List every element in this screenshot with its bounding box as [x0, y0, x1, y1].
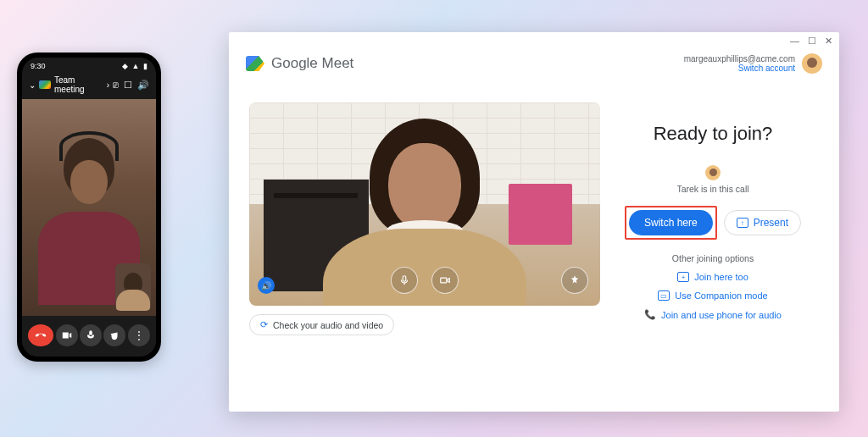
more-options-button[interactable]: ⋮ [128, 324, 150, 346]
present-button[interactable]: ↑ Present [724, 210, 801, 235]
primary-actions: Switch here ↑ Present [625, 206, 801, 240]
companion-label: Use Companion mode [675, 290, 767, 301]
ready-heading: Ready to join? [654, 123, 773, 145]
toggle-camera-button[interactable] [431, 267, 459, 294]
phone-call-header: ⌄ Team meeting › ⎚ ☐ 🔊 [22, 72, 156, 99]
phone-status-icons: ◆ ▲ ▮ [120, 62, 147, 70]
switch-camera-icon[interactable]: › [107, 80, 109, 90]
phone-time: 9:30 [31, 62, 46, 70]
phone-status-bar: 9:30 ◆ ▲ ▮ [22, 58, 156, 72]
phone-main-video [22, 99, 156, 316]
companion-mode-link[interactable]: ▭ Use Companion mode [658, 290, 767, 301]
phone-screen: 9:30 ◆ ▲ ▮ ⌄ Team meeting › ⎚ ☐ 🔊 [22, 58, 156, 357]
close-icon[interactable]: ✕ [825, 36, 832, 47]
window-header: Google Meet margeauxphillips@acme.com Sw… [229, 47, 839, 79]
tutorial-highlight: Switch here [625, 206, 717, 240]
join-column: Ready to join? Tarek is in this call Swi… [607, 102, 819, 398]
participants-row [705, 165, 721, 180]
present-icon: ↑ [737, 218, 748, 228]
present-label: Present [754, 217, 788, 229]
cast-icon[interactable]: ⎚ [113, 80, 119, 91]
meeting-title: Team meeting [54, 75, 103, 94]
chevron-down-icon[interactable]: ⌄ [29, 80, 36, 90]
wifi-icon: ◆ [122, 62, 128, 70]
phone-audio-label: Join and use phone for audio [661, 310, 782, 320]
mic-button[interactable] [80, 324, 102, 346]
speaker-icon[interactable]: 🔊 [137, 80, 149, 91]
toggle-mic-button[interactable] [391, 267, 418, 294]
in-call-text: Tarek is in this call [676, 184, 748, 194]
phone-audio-icon: 📞 [644, 309, 656, 320]
brand: Google Meet [246, 55, 353, 72]
camera-button[interactable] [56, 324, 78, 346]
check-av-label: Check your audio and video [273, 320, 383, 330]
meet-window: — ☐ ✕ Google Meet margeauxphillips@acme.… [229, 32, 839, 412]
check-audio-video-button[interactable]: Check your audio and video [249, 314, 394, 335]
account-info: margeauxphillips@acme.com Switch account [684, 53, 822, 74]
svg-rect-0 [441, 278, 447, 283]
account-email: margeauxphillips@acme.com [684, 54, 795, 64]
camera-preview: ⋮ 🔊 [249, 102, 600, 306]
phone-mockup: 9:30 ◆ ▲ ▮ ⌄ Team meeting › ⎚ ☐ 🔊 [17, 53, 161, 362]
captions-icon[interactable]: ☐ [124, 80, 132, 91]
audio-indicator-icon: 🔊 [258, 277, 275, 294]
phone-call-controls: ⋮ [22, 316, 156, 357]
user-avatar[interactable] [802, 53, 822, 74]
companion-icon: ▭ [658, 290, 670, 301]
window-controls: — ☐ ✕ [229, 32, 839, 47]
minimize-icon[interactable]: — [790, 36, 799, 47]
preview-column: ⋮ 🔊 Check your audio and video [249, 102, 600, 398]
participant-avatar [705, 165, 721, 180]
meet-logo-icon [246, 56, 264, 71]
window-body: ⋮ 🔊 Check your audio and video Ready to … [229, 79, 839, 412]
switch-account-link[interactable]: Switch account [684, 64, 795, 73]
brand-name: Google Meet [271, 55, 353, 72]
switch-here-button[interactable]: Switch here [629, 210, 713, 235]
join-too-icon: + [677, 272, 689, 282]
meet-icon [39, 80, 51, 89]
effects-button[interactable] [561, 267, 588, 294]
maximize-icon[interactable]: ☐ [808, 36, 816, 47]
signal-icon: ▲ [132, 62, 140, 70]
battery-icon: ▮ [143, 62, 147, 70]
other-options-label: Other joining options [672, 253, 754, 263]
join-too-label: Join here too [694, 272, 748, 282]
end-call-button[interactable] [28, 324, 53, 346]
join-here-too-link[interactable]: + Join here too [677, 272, 748, 282]
phone-self-view[interactable] [115, 263, 151, 311]
phone-audio-link[interactable]: 📞 Join and use phone for audio [644, 309, 782, 320]
raise-hand-button[interactable] [103, 324, 125, 346]
